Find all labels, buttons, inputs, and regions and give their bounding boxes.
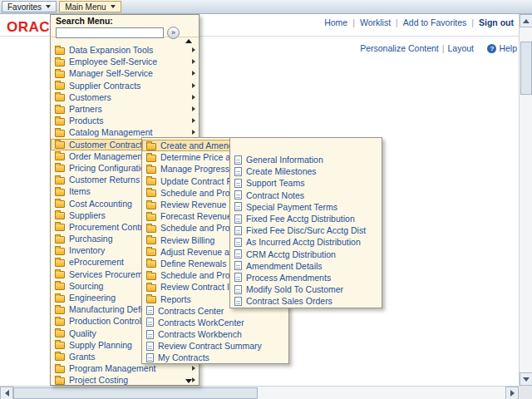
folder-icon — [146, 273, 156, 280]
menu-item[interactable]: Employee Self-Service — [51, 56, 199, 67]
menu-item-label: Contracts Workbench — [158, 329, 242, 339]
horizontal-scrollbar-thumb[interactable] — [13, 387, 258, 399]
folder-icon — [55, 366, 65, 373]
menu-item-label: Modify Sold To Customer — [246, 284, 343, 294]
menu-item[interactable]: Special Payment Terms — [230, 201, 382, 213]
folder-icon — [55, 307, 65, 314]
menu-item-label: Purchasing — [69, 234, 113, 244]
menu-item[interactable]: Review Contract Summary — [142, 340, 288, 352]
menu-item[interactable]: CRM Acctg Distribution — [230, 249, 382, 260]
help-group: ? Help — [487, 43, 517, 53]
folder-icon — [55, 71, 65, 78]
menu-item[interactable]: Process Amendments — [230, 272, 382, 283]
favorites-menu-label: Favorites — [7, 2, 42, 12]
scrollbar-left-button[interactable] — [0, 387, 13, 399]
menu-item[interactable]: Program Management — [51, 362, 199, 374]
folder-icon — [55, 130, 65, 137]
folder-icon — [55, 330, 65, 337]
menu-item[interactable]: Supplier Contracts — [51, 80, 199, 91]
menu-item-label: Supplier Contracts — [69, 81, 140, 91]
menu-item-label: Forecast Revenue — [160, 211, 232, 221]
folder-icon — [55, 318, 65, 326]
menu-search-area: Search Menu: » — [51, 15, 199, 37]
menu-item[interactable]: My Contracts — [142, 352, 288, 363]
menu-item[interactable]: Contracts Workbench — [142, 328, 288, 340]
caret-down-icon — [46, 5, 51, 8]
menu-item-label: Production Control — [69, 316, 141, 326]
menu-item[interactable]: Manager Self-Service — [51, 67, 199, 79]
scrollbar-up-button[interactable] — [520, 14, 532, 27]
create-and-amend-submenu: General Information Create Milestones Su… — [229, 137, 382, 308]
menu-item-label: Grants — [69, 352, 96, 362]
menu-item[interactable]: Data Expansion Tools — [51, 44, 199, 56]
menu-item-label: Program Management — [69, 363, 155, 373]
worklist-link[interactable]: Worklist — [360, 17, 391, 27]
menu-item-label: Employee Self-Service — [69, 57, 157, 66]
folder-icon — [55, 94, 65, 101]
menu-item-label: CRM Acctg Distribution — [246, 249, 336, 259]
submenu-arrow-icon — [192, 130, 195, 135]
menu-item[interactable]: Contract Notes — [230, 190, 382, 201]
menu-search-input[interactable] — [56, 27, 164, 38]
personalize-content-link[interactable]: Personalize Content — [360, 43, 439, 53]
favorites-menu-button[interactable]: Favorites — [2, 1, 57, 12]
menu-item[interactable]: Customers — [51, 91, 199, 103]
vertical-scrollbar[interactable] — [519, 14, 532, 386]
folder-icon — [146, 143, 156, 150]
menu-item[interactable]: Products — [51, 115, 199, 126]
menu-item[interactable]: Fixed Fee Disc/Surc Acctg Dist — [230, 224, 382, 236]
document-icon — [234, 214, 242, 224]
menu-item[interactable]: Partners — [51, 103, 199, 115]
search-go-button[interactable]: » — [167, 27, 180, 39]
menu-item-label: Review Revenue — [160, 200, 226, 209]
home-link[interactable]: Home — [324, 17, 347, 27]
document-icon — [234, 285, 242, 294]
menu-scroll-up[interactable] — [51, 37, 199, 44]
link-separator: | — [352, 17, 355, 27]
scroll-up-icon — [523, 19, 530, 23]
link-separator: | — [396, 17, 398, 27]
menu-scroll-down[interactable] — [185, 379, 192, 383]
menu-item-label: Order Management — [69, 151, 145, 161]
submenu-arrow-icon — [192, 59, 195, 64]
menu-item[interactable]: Amendment Details — [230, 260, 382, 272]
document-icon — [146, 353, 154, 362]
document-icon — [234, 179, 242, 188]
folder-icon — [55, 200, 65, 208]
layout-link[interactable]: Layout — [447, 43, 474, 53]
vertical-scrollbar-thumb[interactable] — [520, 42, 532, 95]
submenu-arrow-icon — [192, 377, 195, 382]
menu-item-label: General Information — [246, 155, 323, 165]
help-link[interactable]: Help — [499, 43, 517, 53]
folder-icon — [146, 260, 156, 268]
document-icon — [234, 249, 242, 259]
document-icon — [234, 297, 242, 306]
menu-item[interactable]: Project Costing — [51, 374, 199, 386]
horizontal-scrollbar[interactable] — [0, 386, 519, 399]
menu-item[interactable]: Contracts WorkCenter — [142, 317, 288, 328]
menu-item[interactable]: Create Milestones — [230, 165, 382, 177]
scroll-up-icon — [185, 39, 192, 43]
sign-out-link[interactable]: Sign out — [479, 17, 514, 27]
scroll-down-icon — [523, 377, 530, 382]
menu-item[interactable]: Contract Sales Orders — [230, 295, 382, 307]
folder-icon — [55, 224, 65, 231]
menu-item[interactable]: Support Teams — [230, 177, 382, 189]
menu-item[interactable]: Modify Sold To Customer — [230, 283, 382, 295]
document-icon — [234, 202, 242, 211]
scrollbar-right-button[interactable] — [505, 387, 519, 399]
menu-item[interactable]: Fixed Fee Acctg Distribution — [230, 213, 382, 224]
add-to-favorites-link[interactable]: Add to Favorites — [403, 17, 466, 27]
scrollbar-down-button[interactable] — [520, 372, 532, 386]
menu-item[interactable]: As Incurred Acctg Distribution — [230, 236, 382, 248]
folder-icon — [146, 225, 156, 233]
menu-item-label: Supply Planning — [69, 340, 132, 350]
main-menu-button[interactable]: Main Menu — [59, 1, 121, 12]
menu-item-label: Customers — [69, 92, 111, 102]
menu-item-label: Suppliers — [69, 210, 106, 220]
document-icon — [146, 318, 154, 327]
folder-icon — [55, 236, 65, 244]
folder-icon — [55, 342, 65, 349]
folder-icon — [55, 82, 65, 90]
menu-item[interactable]: General Information — [230, 154, 382, 165]
